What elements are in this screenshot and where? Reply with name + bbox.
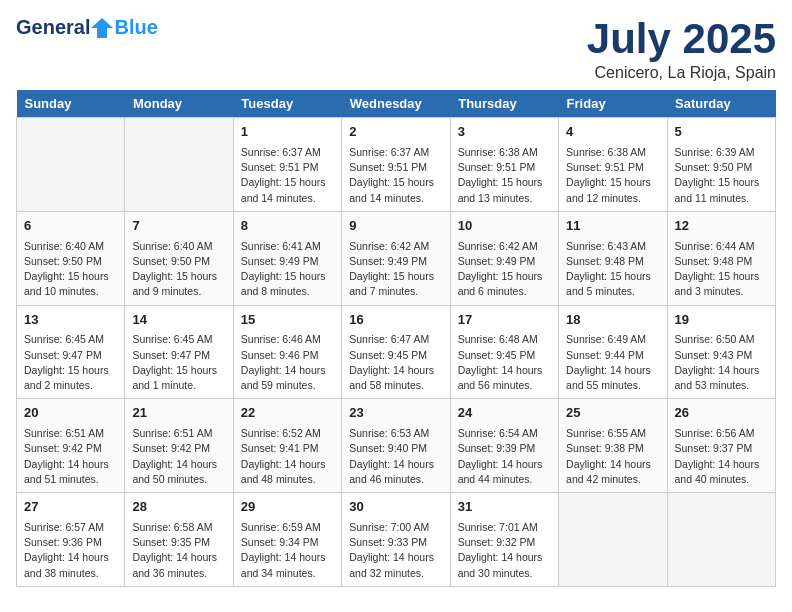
weekday-header-friday: Friday: [559, 90, 667, 118]
calendar-cell: 8Sunrise: 6:41 AM Sunset: 9:49 PM Daylig…: [233, 211, 341, 305]
day-number: 13: [24, 311, 117, 330]
day-info: Sunrise: 6:42 AM Sunset: 9:49 PM Dayligh…: [458, 239, 551, 300]
page-header: General Blue July 2025 Cenicero, La Rioj…: [16, 16, 776, 82]
day-info: Sunrise: 6:51 AM Sunset: 9:42 PM Dayligh…: [132, 426, 225, 487]
calendar-cell: 14Sunrise: 6:45 AM Sunset: 9:47 PM Dayli…: [125, 305, 233, 399]
day-info: Sunrise: 6:45 AM Sunset: 9:47 PM Dayligh…: [24, 332, 117, 393]
day-number: 18: [566, 311, 659, 330]
day-number: 4: [566, 123, 659, 142]
day-number: 25: [566, 404, 659, 423]
day-info: Sunrise: 6:46 AM Sunset: 9:46 PM Dayligh…: [241, 332, 334, 393]
day-number: 20: [24, 404, 117, 423]
weekday-header-thursday: Thursday: [450, 90, 558, 118]
day-number: 6: [24, 217, 117, 236]
calendar-week-1: 1Sunrise: 6:37 AM Sunset: 9:51 PM Daylig…: [17, 118, 776, 212]
day-info: Sunrise: 6:38 AM Sunset: 9:51 PM Dayligh…: [566, 145, 659, 206]
weekday-header-wednesday: Wednesday: [342, 90, 450, 118]
day-number: 14: [132, 311, 225, 330]
calendar-cell: 4Sunrise: 6:38 AM Sunset: 9:51 PM Daylig…: [559, 118, 667, 212]
weekday-header-monday: Monday: [125, 90, 233, 118]
day-number: 28: [132, 498, 225, 517]
month-title: July 2025: [587, 16, 776, 62]
day-number: 5: [675, 123, 768, 142]
calendar-week-3: 13Sunrise: 6:45 AM Sunset: 9:47 PM Dayli…: [17, 305, 776, 399]
day-info: Sunrise: 6:45 AM Sunset: 9:47 PM Dayligh…: [132, 332, 225, 393]
day-number: 7: [132, 217, 225, 236]
day-info: Sunrise: 6:49 AM Sunset: 9:44 PM Dayligh…: [566, 332, 659, 393]
day-info: Sunrise: 6:54 AM Sunset: 9:39 PM Dayligh…: [458, 426, 551, 487]
day-info: Sunrise: 6:39 AM Sunset: 9:50 PM Dayligh…: [675, 145, 768, 206]
calendar-cell: 5Sunrise: 6:39 AM Sunset: 9:50 PM Daylig…: [667, 118, 775, 212]
calendar-cell: 3Sunrise: 6:38 AM Sunset: 9:51 PM Daylig…: [450, 118, 558, 212]
day-number: 12: [675, 217, 768, 236]
calendar-cell: [667, 493, 775, 587]
calendar-cell: 9Sunrise: 6:42 AM Sunset: 9:49 PM Daylig…: [342, 211, 450, 305]
day-info: Sunrise: 6:57 AM Sunset: 9:36 PM Dayligh…: [24, 520, 117, 581]
logo-general: General: [16, 16, 90, 39]
day-number: 24: [458, 404, 551, 423]
day-info: Sunrise: 6:37 AM Sunset: 9:51 PM Dayligh…: [241, 145, 334, 206]
day-number: 29: [241, 498, 334, 517]
logo-icon: [91, 18, 113, 38]
day-number: 22: [241, 404, 334, 423]
day-number: 16: [349, 311, 442, 330]
calendar-cell: 30Sunrise: 7:00 AM Sunset: 9:33 PM Dayli…: [342, 493, 450, 587]
logo-text: General Blue: [16, 16, 158, 39]
calendar-cell: 27Sunrise: 6:57 AM Sunset: 9:36 PM Dayli…: [17, 493, 125, 587]
logo: General Blue: [16, 16, 158, 39]
calendar-cell: 10Sunrise: 6:42 AM Sunset: 9:49 PM Dayli…: [450, 211, 558, 305]
day-info: Sunrise: 6:55 AM Sunset: 9:38 PM Dayligh…: [566, 426, 659, 487]
day-number: 23: [349, 404, 442, 423]
calendar-cell: 31Sunrise: 7:01 AM Sunset: 9:32 PM Dayli…: [450, 493, 558, 587]
calendar-week-5: 27Sunrise: 6:57 AM Sunset: 9:36 PM Dayli…: [17, 493, 776, 587]
calendar-cell: 29Sunrise: 6:59 AM Sunset: 9:34 PM Dayli…: [233, 493, 341, 587]
day-number: 17: [458, 311, 551, 330]
day-info: Sunrise: 6:52 AM Sunset: 9:41 PM Dayligh…: [241, 426, 334, 487]
calendar-cell: 25Sunrise: 6:55 AM Sunset: 9:38 PM Dayli…: [559, 399, 667, 493]
calendar-cell: 1Sunrise: 6:37 AM Sunset: 9:51 PM Daylig…: [233, 118, 341, 212]
day-info: Sunrise: 6:47 AM Sunset: 9:45 PM Dayligh…: [349, 332, 442, 393]
day-number: 19: [675, 311, 768, 330]
day-info: Sunrise: 6:53 AM Sunset: 9:40 PM Dayligh…: [349, 426, 442, 487]
calendar-cell: 20Sunrise: 6:51 AM Sunset: 9:42 PM Dayli…: [17, 399, 125, 493]
day-info: Sunrise: 6:40 AM Sunset: 9:50 PM Dayligh…: [24, 239, 117, 300]
day-info: Sunrise: 6:59 AM Sunset: 9:34 PM Dayligh…: [241, 520, 334, 581]
svg-marker-0: [91, 18, 113, 38]
day-info: Sunrise: 6:40 AM Sunset: 9:50 PM Dayligh…: [132, 239, 225, 300]
weekday-header-sunday: Sunday: [17, 90, 125, 118]
day-info: Sunrise: 7:01 AM Sunset: 9:32 PM Dayligh…: [458, 520, 551, 581]
day-number: 21: [132, 404, 225, 423]
calendar-cell: 19Sunrise: 6:50 AM Sunset: 9:43 PM Dayli…: [667, 305, 775, 399]
calendar-cell: 17Sunrise: 6:48 AM Sunset: 9:45 PM Dayli…: [450, 305, 558, 399]
day-info: Sunrise: 6:48 AM Sunset: 9:45 PM Dayligh…: [458, 332, 551, 393]
day-info: Sunrise: 6:38 AM Sunset: 9:51 PM Dayligh…: [458, 145, 551, 206]
day-number: 2: [349, 123, 442, 142]
day-info: Sunrise: 6:56 AM Sunset: 9:37 PM Dayligh…: [675, 426, 768, 487]
weekday-header-saturday: Saturday: [667, 90, 775, 118]
day-number: 9: [349, 217, 442, 236]
calendar-week-4: 20Sunrise: 6:51 AM Sunset: 9:42 PM Dayli…: [17, 399, 776, 493]
calendar-cell: 21Sunrise: 6:51 AM Sunset: 9:42 PM Dayli…: [125, 399, 233, 493]
day-number: 31: [458, 498, 551, 517]
calendar-cell: 26Sunrise: 6:56 AM Sunset: 9:37 PM Dayli…: [667, 399, 775, 493]
calendar-cell: 2Sunrise: 6:37 AM Sunset: 9:51 PM Daylig…: [342, 118, 450, 212]
calendar-cell: 13Sunrise: 6:45 AM Sunset: 9:47 PM Dayli…: [17, 305, 125, 399]
day-number: 8: [241, 217, 334, 236]
day-number: 30: [349, 498, 442, 517]
calendar-cell: [17, 118, 125, 212]
day-number: 15: [241, 311, 334, 330]
day-info: Sunrise: 6:37 AM Sunset: 9:51 PM Dayligh…: [349, 145, 442, 206]
calendar-cell: [559, 493, 667, 587]
title-section: July 2025 Cenicero, La Rioja, Spain: [587, 16, 776, 82]
day-number: 11: [566, 217, 659, 236]
day-info: Sunrise: 7:00 AM Sunset: 9:33 PM Dayligh…: [349, 520, 442, 581]
calendar-cell: 16Sunrise: 6:47 AM Sunset: 9:45 PM Dayli…: [342, 305, 450, 399]
day-number: 26: [675, 404, 768, 423]
day-number: 3: [458, 123, 551, 142]
calendar-cell: 7Sunrise: 6:40 AM Sunset: 9:50 PM Daylig…: [125, 211, 233, 305]
weekday-header-tuesday: Tuesday: [233, 90, 341, 118]
day-info: Sunrise: 6:42 AM Sunset: 9:49 PM Dayligh…: [349, 239, 442, 300]
calendar-cell: 15Sunrise: 6:46 AM Sunset: 9:46 PM Dayli…: [233, 305, 341, 399]
day-number: 10: [458, 217, 551, 236]
day-number: 27: [24, 498, 117, 517]
